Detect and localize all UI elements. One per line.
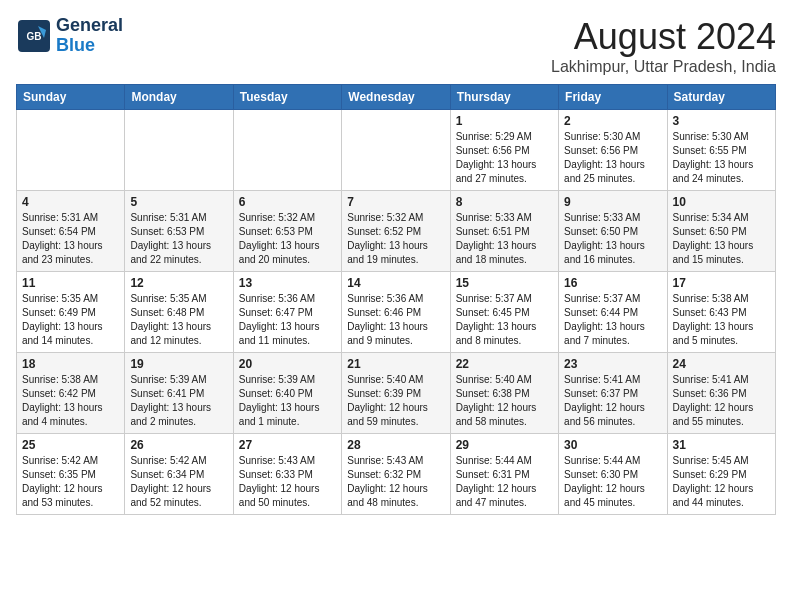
week-row-4: 18Sunrise: 5:38 AM Sunset: 6:42 PM Dayli… [17,353,776,434]
calendar-cell: 18Sunrise: 5:38 AM Sunset: 6:42 PM Dayli… [17,353,125,434]
weekday-header-friday: Friday [559,85,667,110]
logo-line1: General [56,15,123,35]
calendar-cell: 30Sunrise: 5:44 AM Sunset: 6:30 PM Dayli… [559,434,667,515]
day-number: 4 [22,195,119,209]
day-info: Sunrise: 5:43 AM Sunset: 6:33 PM Dayligh… [239,454,336,510]
weekday-header-wednesday: Wednesday [342,85,450,110]
weekday-header-monday: Monday [125,85,233,110]
day-info: Sunrise: 5:35 AM Sunset: 6:48 PM Dayligh… [130,292,227,348]
week-row-1: 1Sunrise: 5:29 AM Sunset: 6:56 PM Daylig… [17,110,776,191]
logo-icon: GB [16,18,52,54]
day-info: Sunrise: 5:40 AM Sunset: 6:38 PM Dayligh… [456,373,553,429]
calendar-cell: 31Sunrise: 5:45 AM Sunset: 6:29 PM Dayli… [667,434,775,515]
day-number: 30 [564,438,661,452]
day-info: Sunrise: 5:44 AM Sunset: 6:30 PM Dayligh… [564,454,661,510]
day-info: Sunrise: 5:38 AM Sunset: 6:42 PM Dayligh… [22,373,119,429]
day-number: 3 [673,114,770,128]
day-number: 9 [564,195,661,209]
day-info: Sunrise: 5:34 AM Sunset: 6:50 PM Dayligh… [673,211,770,267]
calendar-cell: 4Sunrise: 5:31 AM Sunset: 6:54 PM Daylig… [17,191,125,272]
calendar-cell: 14Sunrise: 5:36 AM Sunset: 6:46 PM Dayli… [342,272,450,353]
day-number: 7 [347,195,444,209]
day-number: 17 [673,276,770,290]
day-info: Sunrise: 5:42 AM Sunset: 6:34 PM Dayligh… [130,454,227,510]
weekday-header-row: SundayMondayTuesdayWednesdayThursdayFrid… [17,85,776,110]
day-number: 12 [130,276,227,290]
day-number: 19 [130,357,227,371]
calendar-cell: 24Sunrise: 5:41 AM Sunset: 6:36 PM Dayli… [667,353,775,434]
svg-text:GB: GB [27,31,42,42]
day-info: Sunrise: 5:38 AM Sunset: 6:43 PM Dayligh… [673,292,770,348]
day-info: Sunrise: 5:37 AM Sunset: 6:44 PM Dayligh… [564,292,661,348]
calendar-cell: 5Sunrise: 5:31 AM Sunset: 6:53 PM Daylig… [125,191,233,272]
calendar-cell: 15Sunrise: 5:37 AM Sunset: 6:45 PM Dayli… [450,272,558,353]
calendar-cell: 16Sunrise: 5:37 AM Sunset: 6:44 PM Dayli… [559,272,667,353]
week-row-5: 25Sunrise: 5:42 AM Sunset: 6:35 PM Dayli… [17,434,776,515]
calendar-cell: 8Sunrise: 5:33 AM Sunset: 6:51 PM Daylig… [450,191,558,272]
calendar-cell: 28Sunrise: 5:43 AM Sunset: 6:32 PM Dayli… [342,434,450,515]
calendar-cell: 26Sunrise: 5:42 AM Sunset: 6:34 PM Dayli… [125,434,233,515]
day-number: 23 [564,357,661,371]
calendar-cell: 11Sunrise: 5:35 AM Sunset: 6:49 PM Dayli… [17,272,125,353]
day-info: Sunrise: 5:30 AM Sunset: 6:56 PM Dayligh… [564,130,661,186]
calendar-body: 1Sunrise: 5:29 AM Sunset: 6:56 PM Daylig… [17,110,776,515]
day-info: Sunrise: 5:40 AM Sunset: 6:39 PM Dayligh… [347,373,444,429]
calendar-cell: 22Sunrise: 5:40 AM Sunset: 6:38 PM Dayli… [450,353,558,434]
day-info: Sunrise: 5:41 AM Sunset: 6:36 PM Dayligh… [673,373,770,429]
day-number: 25 [22,438,119,452]
day-number: 6 [239,195,336,209]
calendar-cell: 3Sunrise: 5:30 AM Sunset: 6:55 PM Daylig… [667,110,775,191]
calendar-cell: 17Sunrise: 5:38 AM Sunset: 6:43 PM Dayli… [667,272,775,353]
month-title: August 2024 [551,16,776,58]
calendar-cell: 13Sunrise: 5:36 AM Sunset: 6:47 PM Dayli… [233,272,341,353]
day-number: 10 [673,195,770,209]
calendar-cell: 1Sunrise: 5:29 AM Sunset: 6:56 PM Daylig… [450,110,558,191]
calendar-cell [125,110,233,191]
day-info: Sunrise: 5:39 AM Sunset: 6:41 PM Dayligh… [130,373,227,429]
calendar-cell [233,110,341,191]
logo: GB General Blue [16,16,123,56]
calendar-cell: 2Sunrise: 5:30 AM Sunset: 6:56 PM Daylig… [559,110,667,191]
day-number: 16 [564,276,661,290]
calendar-cell: 25Sunrise: 5:42 AM Sunset: 6:35 PM Dayli… [17,434,125,515]
day-number: 27 [239,438,336,452]
weekday-header-saturday: Saturday [667,85,775,110]
day-number: 26 [130,438,227,452]
location-title: Lakhimpur, Uttar Pradesh, India [551,58,776,76]
day-info: Sunrise: 5:36 AM Sunset: 6:47 PM Dayligh… [239,292,336,348]
day-info: Sunrise: 5:41 AM Sunset: 6:37 PM Dayligh… [564,373,661,429]
calendar-cell [342,110,450,191]
day-number: 31 [673,438,770,452]
calendar-cell: 19Sunrise: 5:39 AM Sunset: 6:41 PM Dayli… [125,353,233,434]
day-number: 22 [456,357,553,371]
weekday-header-sunday: Sunday [17,85,125,110]
day-info: Sunrise: 5:31 AM Sunset: 6:53 PM Dayligh… [130,211,227,267]
day-info: Sunrise: 5:37 AM Sunset: 6:45 PM Dayligh… [456,292,553,348]
calendar-cell: 7Sunrise: 5:32 AM Sunset: 6:52 PM Daylig… [342,191,450,272]
day-number: 14 [347,276,444,290]
title-area: August 2024 Lakhimpur, Uttar Pradesh, In… [551,16,776,76]
day-info: Sunrise: 5:42 AM Sunset: 6:35 PM Dayligh… [22,454,119,510]
day-info: Sunrise: 5:29 AM Sunset: 6:56 PM Dayligh… [456,130,553,186]
weekday-header-tuesday: Tuesday [233,85,341,110]
calendar-table: SundayMondayTuesdayWednesdayThursdayFrid… [16,84,776,515]
day-number: 15 [456,276,553,290]
day-number: 18 [22,357,119,371]
day-info: Sunrise: 5:39 AM Sunset: 6:40 PM Dayligh… [239,373,336,429]
day-number: 8 [456,195,553,209]
day-info: Sunrise: 5:32 AM Sunset: 6:53 PM Dayligh… [239,211,336,267]
day-info: Sunrise: 5:33 AM Sunset: 6:51 PM Dayligh… [456,211,553,267]
calendar-cell: 9Sunrise: 5:33 AM Sunset: 6:50 PM Daylig… [559,191,667,272]
calendar-cell: 21Sunrise: 5:40 AM Sunset: 6:39 PM Dayli… [342,353,450,434]
day-info: Sunrise: 5:44 AM Sunset: 6:31 PM Dayligh… [456,454,553,510]
day-number: 5 [130,195,227,209]
day-number: 1 [456,114,553,128]
day-info: Sunrise: 5:43 AM Sunset: 6:32 PM Dayligh… [347,454,444,510]
day-number: 29 [456,438,553,452]
week-row-2: 4Sunrise: 5:31 AM Sunset: 6:54 PM Daylig… [17,191,776,272]
day-number: 20 [239,357,336,371]
day-number: 24 [673,357,770,371]
day-info: Sunrise: 5:36 AM Sunset: 6:46 PM Dayligh… [347,292,444,348]
weekday-header-thursday: Thursday [450,85,558,110]
calendar-cell: 20Sunrise: 5:39 AM Sunset: 6:40 PM Dayli… [233,353,341,434]
